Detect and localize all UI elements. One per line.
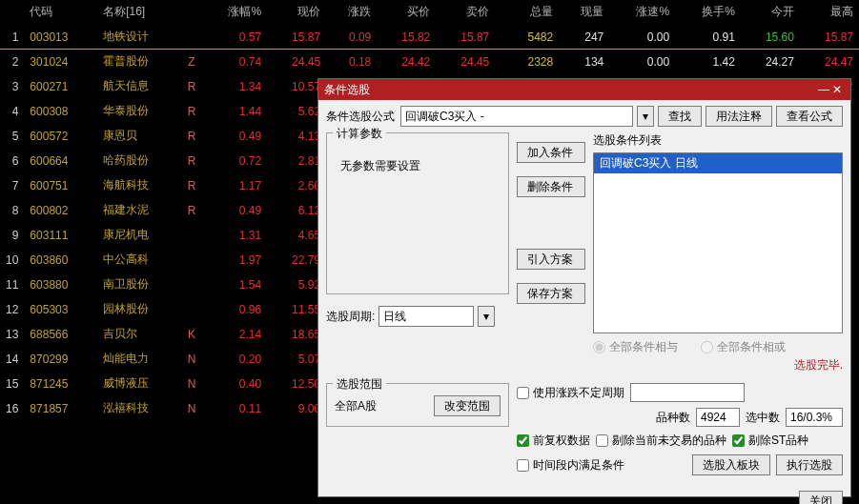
cell-tag <box>182 272 202 297</box>
col-header[interactable] <box>182 0 202 25</box>
cell-name[interactable]: 航天信息 <box>97 74 182 99</box>
close-icon[interactable]: ✕ <box>829 82 845 97</box>
count-field[interactable] <box>696 408 740 427</box>
table-row[interactable]: 1 003013 地铁设计 0.57 15.87 0.09 15.82 15.8… <box>0 25 859 50</box>
cell-code[interactable]: 871245 <box>24 372 97 396</box>
fq-check[interactable]: 前复权数据 <box>517 433 590 449</box>
cell-code[interactable]: 870299 <box>24 347 97 372</box>
cell-code[interactable]: 688566 <box>24 322 97 347</box>
hit-field[interactable] <box>786 408 843 427</box>
cell-code[interactable]: 603860 <box>24 248 97 272</box>
minimize-icon[interactable]: — <box>818 83 829 96</box>
cell-code[interactable]: 600664 <box>24 149 97 173</box>
delete-condition-button[interactable]: 删除条件 <box>517 176 585 197</box>
col-header[interactable]: 卖价 <box>436 0 495 25</box>
formula-combo[interactable] <box>400 106 633 127</box>
exclude-st-check[interactable]: 剔除ST品种 <box>732 433 808 449</box>
cell-name[interactable]: 中公高科 <box>97 248 182 272</box>
col-header[interactable]: 涨幅% <box>201 0 267 25</box>
cell-code[interactable]: 603880 <box>24 272 97 297</box>
chevron-down-icon[interactable]: ▾ <box>478 306 495 327</box>
col-header[interactable]: 现量 <box>559 0 609 25</box>
cell-tag: R <box>182 124 202 149</box>
use-undef-period-check[interactable]: 使用涨跌不定周期 <box>517 385 624 401</box>
change-range-button[interactable]: 改变范围 <box>434 395 501 416</box>
period-label: 选股周期: <box>326 309 375 325</box>
find-button[interactable]: 查找 <box>658 106 702 127</box>
hit-label: 选中数 <box>746 410 780 426</box>
cell-name[interactable]: 康恩贝 <box>97 124 182 149</box>
import-plan-button[interactable]: 引入方案 <box>517 249 585 270</box>
col-header[interactable]: 现价 <box>267 0 326 25</box>
view-formula-button[interactable]: 查看公式 <box>776 106 843 127</box>
cell-code[interactable]: 600271 <box>24 74 97 99</box>
undef-period-input[interactable] <box>630 383 745 402</box>
dialog-title: 条件选股 <box>324 82 370 98</box>
cell-tag <box>182 248 202 272</box>
cell-pct: 1.54 <box>201 272 267 297</box>
cell-spd: 0.00 <box>609 25 675 50</box>
cell-pct: 0.49 <box>201 124 267 149</box>
cell-code[interactable]: 603111 <box>24 223 97 248</box>
cell-name[interactable]: 海航科技 <box>97 173 182 198</box>
table-row[interactable]: 2 301024 霍普股份 Z 0.74 24.45 0.18 24.42 24… <box>0 50 859 74</box>
col-header[interactable]: 总量 <box>495 0 559 25</box>
col-header[interactable]: 涨速% <box>609 0 675 25</box>
calc-empty-msg: 无参数需要设置 <box>335 139 501 193</box>
cell-code[interactable]: 871857 <box>24 396 97 421</box>
cell-code[interactable]: 600802 <box>24 198 97 223</box>
cell-tag: R <box>182 173 202 198</box>
col-header[interactable]: 换手% <box>675 0 741 25</box>
cell-pct: 0.57 <box>201 25 267 50</box>
exec-button[interactable]: 执行选股 <box>776 454 843 475</box>
cell-name[interactable]: 哈药股份 <box>97 149 182 173</box>
cell-open: 15.60 <box>741 25 800 50</box>
cell-name[interactable]: 康尼机电 <box>97 223 182 248</box>
cell-name[interactable]: 吉贝尔 <box>97 322 182 347</box>
col-header[interactable]: 最高 <box>800 0 859 25</box>
cell-name[interactable]: 南卫股份 <box>97 272 182 297</box>
condition-list[interactable]: 回调破C3买入 日线 <box>593 152 843 333</box>
period-combo[interactable] <box>378 306 474 327</box>
cell-code[interactable]: 605303 <box>24 297 97 322</box>
cell-cur: 247 <box>559 25 609 50</box>
condition-list-item[interactable]: 回调破C3买入 日线 <box>594 153 842 173</box>
count-label: 品种数 <box>656 410 690 426</box>
cell-name[interactable]: 地铁设计 <box>97 25 182 50</box>
dialog-title-bar[interactable]: 条件选股 — ✕ <box>318 79 850 100</box>
time-in-range-check[interactable]: 时间段内满足条件 <box>517 457 624 474</box>
cell-code[interactable]: 600308 <box>24 99 97 124</box>
col-header[interactable]: 代码 <box>24 0 97 25</box>
to-block-button[interactable]: 选股入板块 <box>692 454 770 475</box>
cell-turn: 1.42 <box>675 50 741 74</box>
cell-chg: 0.09 <box>326 25 377 50</box>
col-header[interactable]: 涨跌 <box>326 0 377 25</box>
cell-name[interactable]: 园林股份 <box>97 297 182 322</box>
cell-pct: 0.11 <box>201 396 267 421</box>
add-condition-button[interactable]: 加入条件 <box>517 142 585 163</box>
cell-name[interactable]: 华泰股份 <box>97 99 182 124</box>
save-plan-button[interactable]: 保存方案 <box>517 283 585 304</box>
cell-code[interactable]: 301024 <box>24 50 97 74</box>
cell-code[interactable]: 600572 <box>24 124 97 149</box>
radio-or[interactable]: 全部条件相或 <box>701 339 786 355</box>
radio-and[interactable]: 全部条件相与 <box>593 339 678 355</box>
cell-pct: 0.72 <box>201 149 267 173</box>
col-header[interactable]: 今开 <box>741 0 800 25</box>
calc-params-fieldset: 计算参数 无参数需要设置 <box>326 132 509 294</box>
cell-pct: 1.44 <box>201 99 267 124</box>
exclude-notrade-check[interactable]: 剔除当前未交易的品种 <box>596 433 726 449</box>
col-header[interactable]: 名称[16] <box>97 0 182 25</box>
cell-name[interactable]: 福建水泥 <box>97 198 182 223</box>
cell-name[interactable]: 泓禧科技 <box>97 396 182 421</box>
cell-code[interactable]: 003013 <box>24 25 97 50</box>
close-button[interactable]: 关闭 <box>799 491 843 504</box>
cell-name[interactable]: 霍普股份 <box>97 50 182 74</box>
usage-button[interactable]: 用法注释 <box>706 106 772 127</box>
col-header[interactable]: 买价 <box>377 0 436 25</box>
cell-tag <box>182 223 202 248</box>
cell-code[interactable]: 600751 <box>24 173 97 198</box>
cell-name[interactable]: 灿能电力 <box>97 347 182 372</box>
chevron-down-icon[interactable]: ▾ <box>637 106 654 127</box>
cell-name[interactable]: 威博液压 <box>97 372 182 396</box>
